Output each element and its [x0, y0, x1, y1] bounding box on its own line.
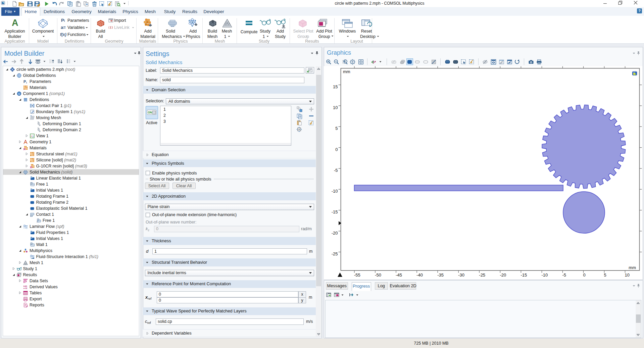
- svg-text:-20: -20: [332, 231, 338, 236]
- svg-text:DO: DO: [31, 215, 33, 217]
- svg-text:10: 10: [625, 272, 630, 278]
- svg-text:8.85: 8.85: [23, 285, 27, 287]
- svg-text:5: 5: [335, 126, 338, 131]
- svg-text:-5: -5: [334, 168, 338, 173]
- svg-text:-35: -35: [437, 272, 444, 278]
- svg-text:i: i: [26, 82, 27, 84]
- svg-text:15: 15: [333, 84, 338, 89]
- svg-text:e-12: e-12: [23, 287, 27, 289]
- svg-text:y: y: [32, 135, 34, 138]
- svg-text:-40: -40: [416, 272, 423, 278]
- svg-text:}-{: }-{: [37, 221, 38, 223]
- svg-text:mm: mm: [343, 69, 350, 74]
- svg-text:-55: -55: [354, 272, 360, 278]
- svg-text:-30: -30: [458, 272, 464, 278]
- svg-text:-25: -25: [332, 251, 338, 256]
- svg-text:-10: -10: [542, 272, 548, 278]
- svg-text:0: 0: [335, 147, 338, 152]
- svg-text:-45: -45: [396, 272, 402, 278]
- svg-text:-25: -25: [479, 272, 485, 278]
- svg-text:0: 0: [583, 272, 586, 278]
- svg-text:10: 10: [333, 105, 338, 110]
- svg-text:-50: -50: [375, 272, 381, 278]
- svg-text:-5: -5: [562, 272, 566, 278]
- svg-text:-15: -15: [332, 209, 338, 214]
- svg-text:-10: -10: [332, 189, 338, 194]
- svg-text:P: P: [23, 80, 26, 84]
- svg-text:5: 5: [604, 272, 606, 278]
- svg-text:Ω: Ω: [18, 92, 20, 95]
- svg-text:-15: -15: [521, 272, 527, 278]
- svg-text:-20: -20: [500, 272, 506, 278]
- svg-text:x: x: [31, 135, 32, 137]
- svg-text:mm: mm: [629, 265, 636, 270]
